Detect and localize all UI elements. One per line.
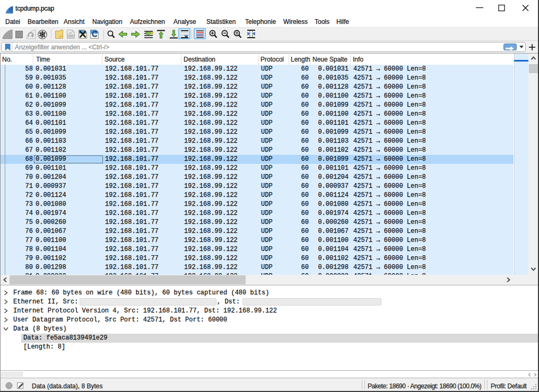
svg-text:010: 010 — [68, 34, 73, 38]
